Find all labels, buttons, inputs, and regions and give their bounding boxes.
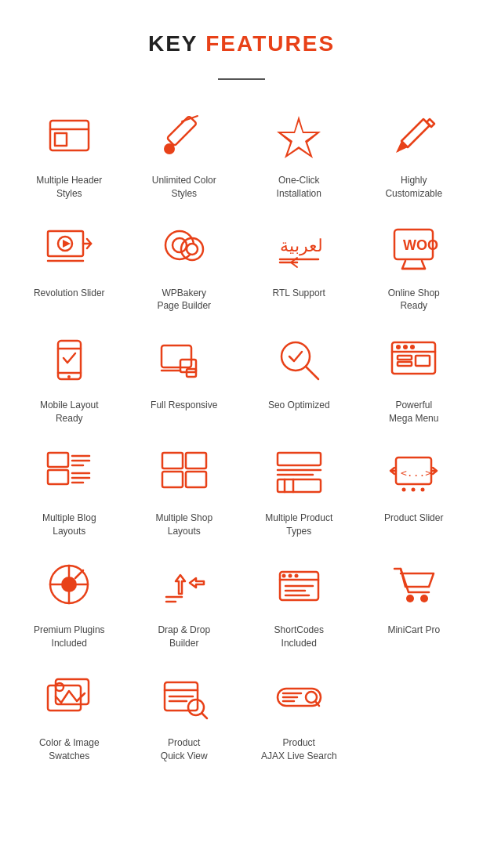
svg-point-18 xyxy=(187,244,198,255)
svg-rect-54 xyxy=(186,472,206,487)
feature-label: One-ClickInstallation xyxy=(277,174,321,201)
svg-point-4 xyxy=(164,143,175,154)
svg-line-95 xyxy=(202,713,207,718)
color-image-swatches-icon xyxy=(38,666,100,729)
svg-rect-2 xyxy=(55,133,67,146)
multiple-shop-layouts-icon xyxy=(153,441,216,504)
feature-shortcodes-included: ShortCodesIncluded xyxy=(245,553,353,650)
title-key: KEY xyxy=(148,31,198,56)
svg-point-28 xyxy=(67,375,71,378)
feature-label: Seo Optimized xyxy=(268,399,330,412)
feature-label: RTL Support xyxy=(273,287,325,300)
svg-rect-47 xyxy=(48,470,68,484)
svg-marker-10 xyxy=(63,240,71,248)
feature-product-quick-view: ProductQuick View xyxy=(131,666,238,763)
product-slider-icon: <...> xyxy=(383,441,445,504)
svg-rect-52 xyxy=(186,453,206,468)
powerful-mega-menu-icon xyxy=(383,328,445,391)
one-click-installation-icon xyxy=(267,103,330,166)
feature-highly-customizable: HighlyCustomizable xyxy=(361,103,468,201)
feature-revolution-slider: Revolution Slider xyxy=(16,216,123,313)
feature-rtl-support: العربية RTL Support xyxy=(245,216,353,313)
svg-point-85 xyxy=(406,595,414,602)
multiple-header-styles-icon xyxy=(38,103,100,166)
feature-label: Drap & DropBuilder xyxy=(158,624,210,650)
features-grid: Multiple HeaderStyles Unlimited ColorSty… xyxy=(0,103,483,794)
feature-minicart-pro: MiniCart Pro xyxy=(361,553,468,650)
svg-point-69 xyxy=(61,577,77,592)
svg-rect-3 xyxy=(167,115,197,145)
feature-label: HighlyCustomizable xyxy=(385,174,442,201)
mobile-layout-ready-icon xyxy=(38,328,100,391)
rtl-support-icon: العربية xyxy=(267,216,330,279)
svg-line-34 xyxy=(306,367,318,379)
feature-label: Mobile LayoutReady xyxy=(40,399,99,425)
feature-unlimited-color-styles: Unlimited ColorStyles xyxy=(131,103,238,201)
feature-multiple-product-types: Multiple ProductTypes xyxy=(245,441,353,538)
svg-point-86 xyxy=(420,595,428,602)
svg-rect-29 xyxy=(162,345,191,367)
feature-multiple-shop-layouts: Multiple ShopLayouts xyxy=(131,441,238,538)
feature-color-image-swatches: Color & ImageSwatches xyxy=(16,666,123,763)
feature-label: Multiple HeaderStyles xyxy=(36,174,102,201)
feature-label: ProductAJAX Live Search xyxy=(261,736,337,763)
feature-wpbakery-page-builder: WPBakeryPage Builder xyxy=(131,216,238,313)
feature-mobile-layout-ready: Mobile LayoutReady xyxy=(16,328,123,425)
svg-point-37 xyxy=(396,345,401,349)
svg-rect-43 xyxy=(48,453,68,467)
feature-online-shop-ready: WOO Online ShopReady xyxy=(361,216,468,313)
svg-text:WOO: WOO xyxy=(403,237,438,253)
svg-rect-42 xyxy=(416,356,430,366)
feature-label: Multiple ProductTypes xyxy=(265,512,332,538)
feature-label: Premium PluginsIncluded xyxy=(34,624,105,650)
shortcodes-included-icon xyxy=(267,553,330,616)
svg-rect-41 xyxy=(398,362,412,366)
feature-label: WPBakeryPage Builder xyxy=(157,287,211,313)
svg-rect-51 xyxy=(162,453,183,468)
feature-label: Product Slider xyxy=(384,512,443,525)
svg-point-84 xyxy=(294,573,298,577)
svg-point-82 xyxy=(281,573,285,577)
svg-rect-55 xyxy=(278,453,321,465)
svg-point-39 xyxy=(410,345,415,349)
svg-point-38 xyxy=(403,345,408,349)
highly-customizable-icon xyxy=(383,103,445,166)
feature-multiple-header-styles: Multiple HeaderStyles xyxy=(16,103,123,201)
drag-drop-builder-icon xyxy=(153,553,216,616)
online-shop-ready-icon: WOO xyxy=(383,216,445,279)
feature-product-ajax-live-search: ProductAJAX Live Search xyxy=(245,666,353,763)
feature-label: Multiple BlogLayouts xyxy=(42,512,96,538)
revolution-slider-icon xyxy=(38,216,100,279)
multiple-product-types-icon xyxy=(267,441,330,504)
svg-line-74 xyxy=(75,570,83,578)
multiple-blog-layouts-icon xyxy=(38,441,100,504)
svg-point-83 xyxy=(288,573,292,577)
feature-label: ProductQuick View xyxy=(161,736,208,763)
title-features: FEATURES xyxy=(205,31,335,56)
feature-label: Revolution Slider xyxy=(34,287,105,300)
seo-optimized-icon xyxy=(267,328,330,391)
feature-drag-drop-builder: Drap & DropBuilder xyxy=(131,553,238,650)
minicart-pro-icon xyxy=(383,553,445,616)
feature-label: Online ShopReady xyxy=(388,287,440,313)
svg-text:<...>: <...> xyxy=(401,467,431,479)
feature-label: MiniCart Pro xyxy=(387,624,440,637)
svg-rect-53 xyxy=(162,472,183,487)
svg-rect-40 xyxy=(398,356,412,360)
product-quick-view-icon xyxy=(153,666,216,729)
feature-label: Multiple ShopLayouts xyxy=(155,512,212,538)
feature-seo-optimized: Seo Optimized xyxy=(245,328,353,425)
feature-label: Color & ImageSwatches xyxy=(39,736,100,763)
feature-product-slider: <...> Product Slider xyxy=(361,441,468,538)
unlimited-color-styles-icon xyxy=(153,103,216,166)
svg-text:العربية: العربية xyxy=(280,236,325,256)
title-underline xyxy=(218,78,265,80)
svg-rect-30 xyxy=(180,360,196,372)
feature-label: PowerfulMega Menu xyxy=(389,399,438,425)
feature-label: Full Responsive xyxy=(151,399,217,412)
feature-multiple-blog-layouts: Multiple BlogLayouts xyxy=(16,441,123,538)
product-ajax-live-search-icon xyxy=(267,666,330,729)
feature-label: ShortCodesIncluded xyxy=(274,624,324,650)
feature-full-responsive: Full Responsive xyxy=(131,328,238,425)
feature-label: Unlimited ColorStyles xyxy=(152,174,216,201)
